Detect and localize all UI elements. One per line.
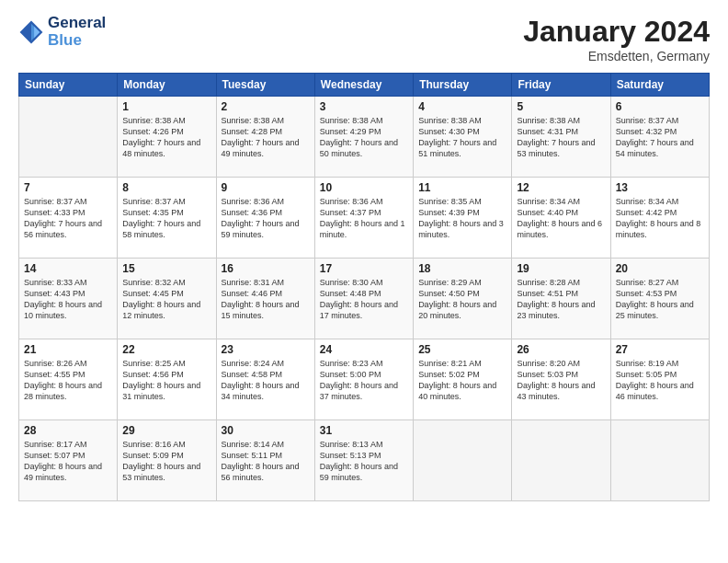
day-info: Sunrise: 8:33 AMSunset: 4:43 PMDaylight:… <box>24 277 112 322</box>
calendar-cell-w3-d1: 14Sunrise: 8:33 AMSunset: 4:43 PMDayligh… <box>19 259 118 339</box>
header-wednesday: Wednesday <box>314 74 413 97</box>
day-number: 15 <box>122 262 210 275</box>
day-info: Sunrise: 8:32 AMSunset: 4:45 PMDaylight:… <box>122 277 210 322</box>
day-info: Sunrise: 8:35 AMSunset: 4:39 PMDaylight:… <box>418 196 506 241</box>
calendar-cell-w4-d5: 25Sunrise: 8:21 AMSunset: 5:02 PMDayligh… <box>414 339 512 420</box>
day-info: Sunrise: 8:23 AMSunset: 5:00 PMDaylight:… <box>320 358 408 403</box>
day-number: 26 <box>517 343 605 356</box>
day-number: 21 <box>24 343 112 356</box>
title-area: January 2024 Emsdetten, Germany <box>523 15 710 63</box>
day-info: Sunrise: 8:20 AMSunset: 5:03 PMDaylight:… <box>517 358 605 403</box>
month-title: January 2024 <box>523 15 710 49</box>
calendar-cell-w3-d4: 17Sunrise: 8:30 AMSunset: 4:48 PMDayligh… <box>314 259 413 339</box>
header-friday: Friday <box>512 74 610 97</box>
day-number: 20 <box>616 262 704 275</box>
calendar-cell-w4-d6: 26Sunrise: 8:20 AMSunset: 5:03 PMDayligh… <box>512 339 610 420</box>
calendar-table: Sunday Monday Tuesday Wednesday Thursday… <box>18 73 710 501</box>
calendar-week-2: 7Sunrise: 8:37 AMSunset: 4:33 PMDaylight… <box>19 178 710 259</box>
calendar-cell-w3-d2: 15Sunrise: 8:32 AMSunset: 4:45 PMDayligh… <box>118 259 216 339</box>
calendar-cell-w2-d5: 11Sunrise: 8:35 AMSunset: 4:39 PMDayligh… <box>414 178 512 259</box>
day-info: Sunrise: 8:34 AMSunset: 4:40 PMDaylight:… <box>517 196 605 241</box>
day-number: 7 <box>24 181 112 194</box>
day-info: Sunrise: 8:26 AMSunset: 4:55 PMDaylight:… <box>24 358 112 403</box>
calendar-cell-w1-d1 <box>19 97 118 178</box>
day-info: Sunrise: 8:38 AMSunset: 4:31 PMDaylight:… <box>517 115 605 160</box>
day-number: 25 <box>418 343 506 356</box>
header-thursday: Thursday <box>414 74 512 97</box>
day-number: 18 <box>418 262 506 275</box>
header-sunday: Sunday <box>19 74 118 97</box>
day-number: 6 <box>616 100 704 113</box>
calendar-cell-w2-d1: 7Sunrise: 8:37 AMSunset: 4:33 PMDaylight… <box>19 178 118 259</box>
day-info: Sunrise: 8:37 AMSunset: 4:35 PMDaylight:… <box>122 196 210 241</box>
calendar-cell-w3-d3: 16Sunrise: 8:31 AMSunset: 4:46 PMDayligh… <box>216 259 314 339</box>
calendar-cell-w5-d4: 31Sunrise: 8:13 AMSunset: 5:13 PMDayligh… <box>314 420 413 501</box>
day-number: 23 <box>222 343 310 356</box>
calendar-cell-w1-d4: 3Sunrise: 8:38 AMSunset: 4:29 PMDaylight… <box>314 97 413 178</box>
day-number: 19 <box>517 262 605 275</box>
calendar-cell-w4-d7: 27Sunrise: 8:19 AMSunset: 5:05 PMDayligh… <box>610 339 709 420</box>
logo: General Blue <box>18 15 106 49</box>
weekday-header-row: Sunday Monday Tuesday Wednesday Thursday… <box>19 74 710 97</box>
logo-icon <box>18 19 44 45</box>
calendar-week-5: 28Sunrise: 8:17 AMSunset: 5:07 PMDayligh… <box>19 420 710 501</box>
day-number: 14 <box>24 262 112 275</box>
day-info: Sunrise: 8:13 AMSunset: 5:13 PMDaylight:… <box>320 439 408 484</box>
day-number: 9 <box>222 181 310 194</box>
day-info: Sunrise: 8:30 AMSunset: 4:48 PMDaylight:… <box>320 277 408 322</box>
calendar-cell-w5-d7 <box>610 420 709 501</box>
calendar-cell-w4-d1: 21Sunrise: 8:26 AMSunset: 4:55 PMDayligh… <box>19 339 118 420</box>
calendar-cell-w2-d7: 13Sunrise: 8:34 AMSunset: 4:42 PMDayligh… <box>610 178 709 259</box>
calendar-cell-w4-d3: 23Sunrise: 8:24 AMSunset: 4:58 PMDayligh… <box>216 339 314 420</box>
day-info: Sunrise: 8:34 AMSunset: 4:42 PMDaylight:… <box>616 196 704 241</box>
calendar-cell-w4-d4: 24Sunrise: 8:23 AMSunset: 5:00 PMDayligh… <box>314 339 413 420</box>
day-info: Sunrise: 8:38 AMSunset: 4:26 PMDaylight:… <box>122 115 210 160</box>
day-info: Sunrise: 8:31 AMSunset: 4:46 PMDaylight:… <box>222 277 310 322</box>
day-info: Sunrise: 8:29 AMSunset: 4:50 PMDaylight:… <box>418 277 506 322</box>
day-number: 22 <box>122 343 210 356</box>
day-number: 17 <box>320 262 408 275</box>
day-number: 5 <box>517 100 605 113</box>
calendar-cell-w2-d3: 9Sunrise: 8:36 AMSunset: 4:36 PMDaylight… <box>216 178 314 259</box>
day-number: 24 <box>320 343 408 356</box>
day-info: Sunrise: 8:19 AMSunset: 5:05 PMDaylight:… <box>616 358 704 403</box>
header: General Blue January 2024 Emsdetten, Ger… <box>18 15 710 63</box>
calendar-cell-w2-d2: 8Sunrise: 8:37 AMSunset: 4:35 PMDaylight… <box>118 178 216 259</box>
day-info: Sunrise: 8:27 AMSunset: 4:53 PMDaylight:… <box>616 277 704 322</box>
day-number: 11 <box>418 181 506 194</box>
day-info: Sunrise: 8:16 AMSunset: 5:09 PMDaylight:… <box>122 439 210 484</box>
day-info: Sunrise: 8:38 AMSunset: 4:28 PMDaylight:… <box>222 115 310 160</box>
day-number: 28 <box>24 424 112 437</box>
calendar-cell-w3-d7: 20Sunrise: 8:27 AMSunset: 4:53 PMDayligh… <box>610 259 709 339</box>
day-number: 27 <box>616 343 704 356</box>
calendar-week-4: 21Sunrise: 8:26 AMSunset: 4:55 PMDayligh… <box>19 339 710 420</box>
calendar-body: 1Sunrise: 8:38 AMSunset: 4:26 PMDaylight… <box>19 97 710 501</box>
calendar-week-3: 14Sunrise: 8:33 AMSunset: 4:43 PMDayligh… <box>19 259 710 339</box>
calendar-header: Sunday Monday Tuesday Wednesday Thursday… <box>19 74 710 97</box>
location: Emsdetten, Germany <box>523 49 710 63</box>
day-info: Sunrise: 8:17 AMSunset: 5:07 PMDaylight:… <box>24 439 112 484</box>
day-number: 12 <box>517 181 605 194</box>
calendar-cell-w5-d1: 28Sunrise: 8:17 AMSunset: 5:07 PMDayligh… <box>19 420 118 501</box>
day-info: Sunrise: 8:36 AMSunset: 4:37 PMDaylight:… <box>320 196 408 241</box>
day-number: 30 <box>222 424 310 437</box>
calendar-cell-w3-d5: 18Sunrise: 8:29 AMSunset: 4:50 PMDayligh… <box>414 259 512 339</box>
calendar-cell-w1-d7: 6Sunrise: 8:37 AMSunset: 4:32 PMDaylight… <box>610 97 709 178</box>
day-info: Sunrise: 8:14 AMSunset: 5:11 PMDaylight:… <box>222 439 310 484</box>
day-number: 29 <box>122 424 210 437</box>
day-info: Sunrise: 8:37 AMSunset: 4:32 PMDaylight:… <box>616 115 704 160</box>
calendar-page: General Blue January 2024 Emsdetten, Ger… <box>0 0 728 563</box>
header-tuesday: Tuesday <box>216 74 314 97</box>
day-number: 16 <box>222 262 310 275</box>
calendar-cell-w1-d5: 4Sunrise: 8:38 AMSunset: 4:30 PMDaylight… <box>414 97 512 178</box>
day-number: 8 <box>122 181 210 194</box>
calendar-cell-w4-d2: 22Sunrise: 8:25 AMSunset: 4:56 PMDayligh… <box>118 339 216 420</box>
day-number: 2 <box>222 100 310 113</box>
day-number: 13 <box>616 181 704 194</box>
calendar-cell-w3-d6: 19Sunrise: 8:28 AMSunset: 4:51 PMDayligh… <box>512 259 610 339</box>
day-number: 10 <box>320 181 408 194</box>
day-number: 3 <box>320 100 408 113</box>
day-info: Sunrise: 8:36 AMSunset: 4:36 PMDaylight:… <box>222 196 310 241</box>
calendar-week-1: 1Sunrise: 8:38 AMSunset: 4:26 PMDaylight… <box>19 97 710 178</box>
day-info: Sunrise: 8:38 AMSunset: 4:29 PMDaylight:… <box>320 115 408 160</box>
